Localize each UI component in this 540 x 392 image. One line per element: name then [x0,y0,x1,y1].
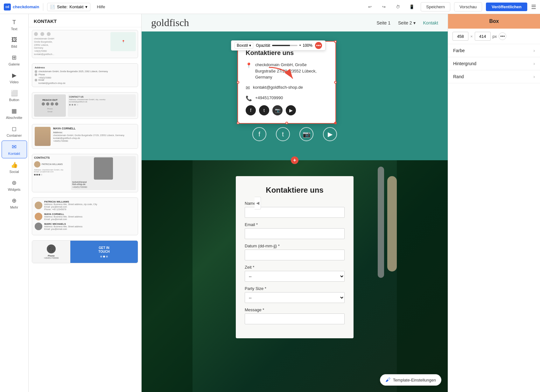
datum-input[interactable] [245,250,345,260]
help-link[interactable]: Hilfe [94,4,108,9]
youtube-button[interactable]: ▶ [286,105,296,115]
marc-name: MARC MICHAELS [44,223,82,225]
templates-panel-title: KONTAKT [29,14,141,27]
nav-link-kontakt[interactable]: Kontakt [423,20,438,25]
preview-button[interactable]: Vorschau [454,2,482,11]
template-card-address-icons[interactable]: checkdomain GmbH Große Burgstraße,23552 … [32,30,138,58]
dot2 [72,104,73,106]
patricia-name: PATRICIA WILLIAMS [44,200,97,203]
aquarium-left [142,160,193,392]
opacity-slider[interactable] [272,45,298,46]
message-input[interactable] [245,313,345,324]
history-button[interactable]: ⏱ [393,2,403,12]
form-group-email: Email * [245,222,345,239]
save-button[interactable]: Speichern [421,2,450,11]
card5-left: CONTACTS PATRICIA WILLIAMS Address: chec… [34,156,69,190]
rand-section[interactable]: Rand › [448,70,540,83]
patricia-avatar [34,161,40,168]
card2-phone-label: Phone [39,73,45,76]
card3-dots [69,104,135,106]
sidebar-item-text[interactable]: T Text [2,17,27,33]
sidebar-item-video[interactable]: ▶ Video [2,69,27,86]
sidebar-item-bild[interactable]: 🖼 Bild [2,34,27,51]
sidebar-item-label: Text [11,27,17,31]
card7-phone-section: 📞 Phone +49451709990 [32,241,70,263]
sidebar-item-label: Galerie [9,62,20,66]
sidebar-item-galerie[interactable]: ⊞ Galerie [2,52,27,69]
nav-link-seite1[interactable]: Seite 1 [376,20,390,25]
nav-dot-2 [103,256,105,258]
opacity-control: Opazität • 100% [256,43,312,48]
topbar: cd checkdomain 📄 Seite: Kontakt ▾ Hilfe … [0,0,540,14]
partysize-select[interactable]: -- [245,292,345,303]
page-selector[interactable]: 📄 Seite: Kontakt ▾ [47,3,90,11]
add-section-button[interactable]: + [291,156,298,164]
card6-person3: MARC MICHAELS Address: Business title, S… [35,223,135,230]
text-icon: T [12,19,16,26]
maya-detail: Address: Business title, Street address [44,216,82,218]
more-options-button[interactable]: ••• [315,42,322,49]
website-preview: goldfisch Seite 1 Seite 2 ▾ Kontakt Boxs… [142,14,448,392]
page-icon: 📄 [50,4,55,10]
template-card-persons-list[interactable]: PATRICIA WILLIAMS Address: Business titl… [32,197,138,235]
device-toggle-button[interactable]: 📱 [407,2,417,12]
nav-link-seite2[interactable]: Seite 2 ▾ [398,20,415,25]
facebook-button[interactable]: f [246,105,256,115]
twitter-button[interactable]: t [259,105,269,115]
template-card-address-large[interactable]: Address checkdomain GmbH, Große Burgstra… [32,63,138,87]
more-options-button[interactable]: ••• [499,32,506,40]
redo-button[interactable]: ↪ [379,2,389,12]
sidebar-item-label: Video [10,80,19,84]
marc-detail: Address: Business title, Street address [44,225,82,228]
panel-collapse-button[interactable]: ◀ [255,197,261,210]
contact-form: Kontaktiere uns Name * Email * Datum (dd… [236,176,354,338]
height-input[interactable] [475,32,491,41]
template-settings-button[interactable]: 🖌 Template-Einstellungen [380,374,441,386]
email-input[interactable] [245,228,345,239]
template-card-person-maya[interactable]: MAYA CORNELL Address: checkdomain GmbH, … [32,124,138,149]
card2-address-label: Address [35,66,135,69]
card3-left: REACH OUT Phone Email [34,94,66,117]
card6-person2: MAYA CORNELL Address: Business title, St… [35,213,135,221]
publish-button[interactable]: Veröffentlichen [486,3,527,11]
phone-mini-icon [40,32,44,36]
maya-av [35,213,42,220]
contact-phone-row: 📞 +49451709990 [246,95,328,101]
sidebar-item-button[interactable]: ⬜ Button [2,87,27,104]
card5-right-phone: +49451709990 [72,186,135,188]
sidebar-item-social[interactable]: 👍 Social [2,159,27,176]
right-panel-title: Box [448,14,540,29]
boxstil-select[interactable]: Boxstil ▾ [235,42,253,49]
template-card-get-in-touch[interactable]: 📞 Phone +49451709990 GET INTOUCH [32,240,138,263]
handle-br [334,122,337,124]
instagram-button[interactable]: 📷 [272,105,283,115]
card7-nav-dots [100,256,108,258]
reach-out-label: REACH OUT [42,99,58,101]
sidebar-item-widgets[interactable]: ⊛ Widgets [2,177,27,194]
card7-get-touch-section: GET INTOUCH [70,241,138,263]
patricia-email: Email: you@email.com [44,206,97,208]
zeit-select[interactable]: -- [245,271,345,282]
sidebar-item-container[interactable]: ◻ Container [2,123,27,140]
contact-card-socials: f t 📷 ▶ [246,105,328,115]
sidebar-item-mehr[interactable]: ⊕ Mehr [2,195,27,212]
email-dot [35,79,37,81]
sidebar-item-label: Abschnitte [6,116,22,120]
template-card-reach-out[interactable]: REACH OUT Phone Email CONTACT US Address… [32,92,138,119]
sidebar-item-kontakt[interactable]: ✉ Kontakt [2,141,27,158]
undo-button[interactable]: ↩ [365,2,375,12]
maya-address-label: Address: [53,131,135,134]
card5-content: CONTACTS PATRICIA WILLIAMS Address: chec… [32,154,138,192]
farbe-section[interactable]: Farbe › [448,44,540,57]
card2-phone-text: +49(0)70990 [39,77,135,79]
card1-map: 📍 [122,40,125,43]
card3-email: Email [47,111,52,113]
sidebar-item-abschnitte[interactable]: ▦ Abschnitte [2,105,27,122]
card1-phone: +49(0)70990 [34,50,109,53]
width-input[interactable] [452,32,468,41]
sidebar-item-label: Button [9,98,19,102]
template-card-contacts-split[interactable]: CONTACTS PATRICIA WILLIAMS Address: chec… [32,154,138,192]
handle-tr [334,40,337,43]
menu-icon[interactable]: ☰ [531,3,536,10]
hintergrund-section[interactable]: Hintergrund › [448,57,540,70]
